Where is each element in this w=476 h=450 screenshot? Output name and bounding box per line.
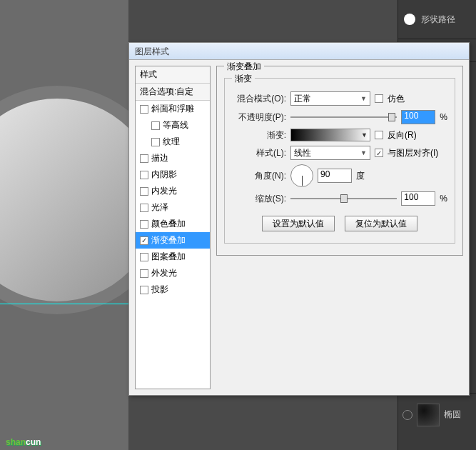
angle-dial[interactable] xyxy=(290,164,313,187)
style-item[interactable]: 颜色叠加 xyxy=(136,216,210,232)
opacity-unit: % xyxy=(440,112,447,122)
align-label: 与图层对齐(I) xyxy=(388,147,438,159)
style-item[interactable]: 斜面和浮雕 xyxy=(136,101,210,117)
chevron-down-icon: ▼ xyxy=(361,131,368,139)
style-checkbox[interactable] xyxy=(151,121,160,130)
reset-default-button[interactable]: 复位为默认值 xyxy=(345,216,417,231)
style-checkbox[interactable] xyxy=(140,105,148,114)
style-checkbox[interactable] xyxy=(140,286,148,294)
dither-label: 仿色 xyxy=(388,93,405,105)
group-legend: 渐变叠加 xyxy=(224,61,264,73)
color-swatch[interactable] xyxy=(404,14,415,25)
blend-options-header[interactable]: 混合选项:自定 xyxy=(136,84,210,101)
opacity-input[interactable]: 100 xyxy=(401,110,435,124)
style-item[interactable]: 内发光 xyxy=(136,183,210,199)
panel-header[interactable]: 形状路径 xyxy=(398,0,476,39)
scale-unit: % xyxy=(440,194,447,204)
styles-header[interactable]: 样式 xyxy=(136,66,210,84)
reverse-label: 反向(R) xyxy=(388,129,417,141)
style-checkbox[interactable] xyxy=(140,236,148,245)
style-label: 样式(L): xyxy=(232,147,286,159)
style-checkbox[interactable] xyxy=(140,187,148,196)
angle-unit: 度 xyxy=(356,170,365,182)
reverse-checkbox[interactable] xyxy=(375,131,383,139)
chevron-down-icon: ▼ xyxy=(360,95,367,102)
style-checkbox[interactable] xyxy=(151,138,160,146)
layer-row[interactable]: 椭圆 xyxy=(398,393,476,436)
opacity-slider[interactable] xyxy=(290,111,397,124)
style-label: 投影 xyxy=(151,284,168,296)
opacity-label: 不透明度(P): xyxy=(232,111,286,124)
style-label: 渐变叠加 xyxy=(151,234,186,246)
angle-label: 角度(N): xyxy=(232,170,286,182)
layer-style-dialog: 图层样式 样式 混合选项:自定 斜面和浮雕等高线纹理描边内阴影内发光光泽颜色叠加… xyxy=(128,42,470,396)
style-checkbox[interactable] xyxy=(140,269,148,278)
style-checkbox[interactable] xyxy=(140,204,148,212)
style-label: 图案叠加 xyxy=(151,251,186,263)
chevron-down-icon: ▼ xyxy=(360,149,367,156)
style-label: 等高线 xyxy=(163,119,188,131)
style-label: 外发光 xyxy=(151,267,177,279)
gradient-picker[interactable]: ▼ xyxy=(290,129,370,141)
style-item[interactable]: 渐变叠加 xyxy=(136,232,210,249)
scale-slider[interactable] xyxy=(290,192,397,205)
style-item[interactable]: 等高线 xyxy=(136,117,210,134)
style-item[interactable]: 内阴影 xyxy=(136,166,210,183)
style-label: 斜面和浮雕 xyxy=(151,103,194,115)
dialog-title: 图层样式 xyxy=(135,46,169,56)
angle-input[interactable]: 90 xyxy=(318,169,352,183)
style-checkbox[interactable] xyxy=(140,171,148,179)
layer-name: 椭圆 xyxy=(444,409,461,421)
gradient-subgroup: 渐变 混合模式(O): 正常 ▼ 仿色 不透明度(P): xyxy=(224,78,455,244)
scale-label: 缩放(S): xyxy=(232,193,286,205)
make-default-button[interactable]: 设置为默认值 xyxy=(262,216,335,231)
style-select[interactable]: 线性 ▼ xyxy=(290,146,370,160)
gradient-label: 渐变: xyxy=(232,129,286,141)
subgroup-legend: 渐变 xyxy=(232,73,255,85)
blend-mode-label: 混合模式(O): xyxy=(232,93,286,105)
style-checkbox[interactable] xyxy=(140,253,148,261)
style-label: 内阴影 xyxy=(151,169,177,181)
style-checkbox[interactable] xyxy=(140,220,148,229)
style-label: 描边 xyxy=(151,152,168,164)
style-item[interactable]: 光泽 xyxy=(136,199,210,216)
styles-list: 样式 混合选项:自定 斜面和浮雕等高线纹理描边内阴影内发光光泽颜色叠加渐变叠加图… xyxy=(135,66,211,389)
style-label: 内发光 xyxy=(151,185,177,197)
gradient-overlay-group: 渐变叠加 渐变 混合模式(O): 正常 ▼ 仿色 不透明度(P): xyxy=(216,66,463,256)
scale-input[interactable]: 100 xyxy=(401,191,435,206)
style-checkbox[interactable] xyxy=(140,154,148,163)
style-label: 纹理 xyxy=(163,136,180,148)
shape-path-label: 形状路径 xyxy=(421,14,455,26)
style-label: 光泽 xyxy=(151,201,168,214)
dither-checkbox[interactable] xyxy=(375,94,383,103)
align-checkbox[interactable] xyxy=(375,149,383,157)
blend-mode-select[interactable]: 正常 ▼ xyxy=(290,91,370,106)
style-item[interactable]: 图案叠加 xyxy=(136,249,210,265)
layer-thumbnail[interactable] xyxy=(417,404,440,426)
visibility-icon[interactable] xyxy=(402,410,412,420)
style-item[interactable]: 纹理 xyxy=(136,134,210,150)
guide-line xyxy=(0,304,128,304)
style-item[interactable]: 外发光 xyxy=(136,265,210,281)
settings-panel: 渐变叠加 渐变 混合模式(O): 正常 ▼ 仿色 不透明度(P): xyxy=(216,66,463,389)
style-label: 颜色叠加 xyxy=(151,218,186,230)
canvas-background xyxy=(0,0,128,450)
style-item[interactable]: 投影 xyxy=(136,281,210,298)
style-item[interactable]: 描边 xyxy=(136,150,210,166)
dialog-titlebar[interactable]: 图层样式 xyxy=(129,43,469,60)
watermark: shancun xyxy=(6,432,41,449)
